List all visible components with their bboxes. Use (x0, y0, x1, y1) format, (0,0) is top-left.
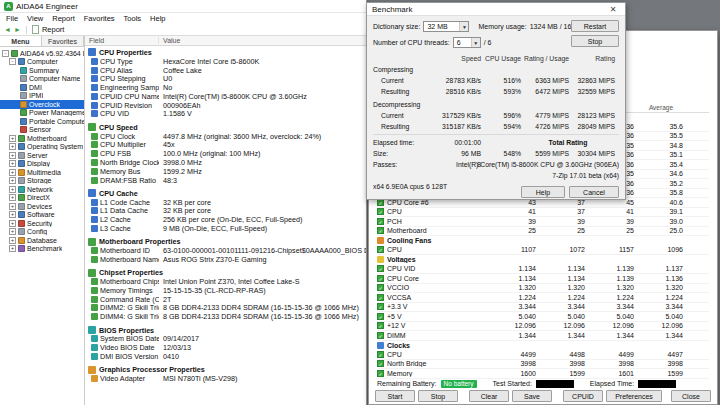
list-row[interactable]: Motherboard ID63-0100-000001-00101111-09… (85, 246, 366, 255)
list-row[interactable]: L1 Data Cache32 KB per core (85, 207, 366, 216)
expand-icon[interactable] (9, 203, 16, 210)
list-row[interactable]: Memory Timings15-15-15-35 (CL-RCD-RP-RAS… (85, 286, 366, 295)
sidebar-item-computer[interactable]: Computer (0, 58, 84, 67)
threads-select[interactable]: 6▼ (453, 37, 481, 48)
clear-button[interactable]: Clear (469, 390, 509, 402)
save-button[interactable]: Save (512, 390, 552, 402)
list-row[interactable]: CPU TypeHexaCore Intel Core i5-8600K (85, 57, 366, 66)
list-row[interactable]: Motherboard NameAsus ROG Strix Z370-E Ga… (85, 255, 366, 264)
checkbox-checked-icon[interactable] (377, 275, 384, 282)
sidebar-item-network[interactable]: Network (0, 185, 84, 194)
column-field[interactable]: Field (85, 37, 159, 44)
sidebar-item-summary[interactable]: Summary (0, 66, 84, 75)
list-row[interactable]: CPU VID1.1586 V (85, 110, 366, 119)
list-row[interactable]: CPU AliasCoffee Lake (85, 66, 366, 75)
expand-icon[interactable] (9, 152, 16, 159)
sidebar-item-storage[interactable]: Storage (0, 177, 84, 186)
list-row[interactable]: Video BIOS Date12/03/13 (85, 343, 366, 352)
collapse-icon[interactable] (9, 58, 16, 65)
menu-file[interactable]: File (6, 14, 18, 23)
menu-help[interactable]: Help (150, 14, 165, 23)
sidebar-item-server[interactable]: Server (0, 151, 84, 160)
expand-icon[interactable] (9, 228, 16, 235)
help-button[interactable]: Help (521, 186, 565, 198)
list-row[interactable]: Motherboard ChipsetIntel Union Point Z37… (85, 277, 366, 286)
checkbox-checked-icon[interactable] (377, 370, 384, 377)
checkbox-checked-icon[interactable] (377, 322, 384, 329)
stop-button[interactable]: Stop (571, 35, 619, 47)
checkbox-checked-icon[interactable] (377, 284, 384, 291)
sidebar-item-operating-system[interactable]: Operating System (0, 143, 84, 152)
menu-tools[interactable]: Tools (124, 14, 142, 23)
sidebar-item-motherboard[interactable]: Motherboard (0, 134, 84, 143)
close-button[interactable]: Close (671, 390, 711, 402)
dictionary-select[interactable]: 32 MB▼ (423, 21, 469, 32)
checkbox-checked-icon[interactable] (377, 360, 384, 367)
list-row[interactable]: Command Rate (CR)2T (85, 295, 366, 304)
sidebar-item-multimedia[interactable]: Multimedia (0, 168, 84, 177)
preferences-button[interactable]: Preferences (606, 390, 662, 402)
expand-icon[interactable] (9, 135, 16, 142)
stop-button[interactable]: Stop (418, 390, 458, 402)
sidebar-item-computer-name[interactable]: Computer Name (0, 75, 84, 84)
restart-button[interactable]: Restart (571, 20, 619, 32)
menu-report[interactable]: Report (52, 14, 75, 23)
expand-icon[interactable] (9, 245, 16, 252)
start-button[interactable]: Start (375, 390, 415, 402)
sidebar-item-security[interactable]: Security (0, 219, 84, 228)
list-row[interactable]: CPU Multiplier45x (85, 140, 366, 149)
expand-icon[interactable] (9, 177, 16, 184)
menu-view[interactable]: View (27, 14, 43, 23)
sidebar-item-software[interactable]: Software (0, 211, 84, 220)
list-row[interactable]: Video AdapterMSI N780Ti (MS-V298) (85, 374, 366, 383)
sidebar-item-dmi[interactable]: DMI (0, 83, 84, 92)
list-row[interactable]: CPU FSB100.0 MHz (original: 100 MHz) (85, 149, 366, 158)
expand-icon[interactable] (9, 186, 16, 193)
sidebar-item-power-management[interactable]: Power Management (0, 109, 84, 118)
expand-icon[interactable] (9, 237, 16, 244)
list-row[interactable]: CPUID CPU NameIntel(R) Core(TM) i5-8600K… (85, 92, 366, 101)
sidebar-item-display[interactable]: Display (0, 160, 84, 169)
list-row[interactable]: DIMM2: G Skill TridentZ F4-3...8 GB DDR4… (85, 304, 366, 313)
checkbox-checked-icon[interactable] (377, 313, 384, 320)
sidebar-item-ipmi[interactable]: IPMI (0, 92, 84, 101)
checkbox-checked-icon[interactable] (377, 208, 384, 215)
menu-favorites[interactable]: Favorites (84, 14, 115, 23)
checkbox-checked-icon[interactable] (377, 351, 384, 358)
back-icon[interactable]: ◄ (4, 26, 11, 33)
list-row[interactable]: CPU Clock4497.8 MHz (original: 3600 MHz,… (85, 132, 366, 141)
list-row[interactable]: CPUID Revision000906EAh (85, 101, 366, 110)
sidebar-item-database[interactable]: Database (0, 236, 84, 245)
sidebar-item-overclock[interactable]: Overclock (0, 100, 84, 109)
checkbox-checked-icon[interactable] (377, 332, 384, 339)
collapse-icon[interactable] (2, 50, 9, 57)
sidebar-item-directx[interactable]: DirectX (0, 194, 84, 203)
checkbox-checked-icon[interactable] (377, 303, 384, 310)
sidebar-item-config[interactable]: Config (0, 228, 84, 237)
list-row[interactable]: L2 Cache256 KB per core (On-Die, ECC, Fu… (85, 215, 366, 224)
report-button[interactable]: Report (42, 25, 65, 34)
column-value[interactable]: Value (159, 37, 180, 44)
sidebar-item-benchmark[interactable]: Benchmark (0, 245, 84, 254)
expand-icon[interactable] (9, 220, 16, 227)
column-average[interactable]: Average (627, 104, 673, 111)
checkbox-checked-icon[interactable] (377, 265, 384, 272)
tab-favorites[interactable]: Favorites (42, 36, 84, 46)
list-row[interactable]: DIMM4: G Skill TridentZ F4-3...8 GB DDR4… (85, 312, 366, 321)
sidebar-item-root[interactable]: AIDA64 v5.92.4364 Beta (0, 49, 84, 58)
checkbox-checked-icon[interactable] (377, 218, 384, 225)
cancel-button[interactable]: Cancel (569, 186, 619, 198)
expand-icon[interactable] (9, 169, 16, 176)
close-icon[interactable]: ✕ (606, 5, 620, 14)
report-icon[interactable] (32, 25, 39, 34)
list-row[interactable]: Memory Bus1599.2 MHz (85, 167, 366, 176)
list-row[interactable]: L1 Code Cache32 KB per core (85, 198, 366, 207)
list-row[interactable]: Engineering SampleNo (85, 83, 366, 92)
cpuid-button[interactable]: CPUID (563, 390, 603, 402)
tab-menu[interactable]: Menu (0, 36, 42, 46)
forward-icon[interactable]: ► (14, 26, 21, 33)
expand-icon[interactable] (9, 211, 16, 218)
expand-icon[interactable] (9, 194, 16, 201)
list-row[interactable]: System BIOS Date09/14/2017 (85, 334, 366, 343)
sidebar-item-sensor[interactable]: Sensor (0, 126, 84, 135)
